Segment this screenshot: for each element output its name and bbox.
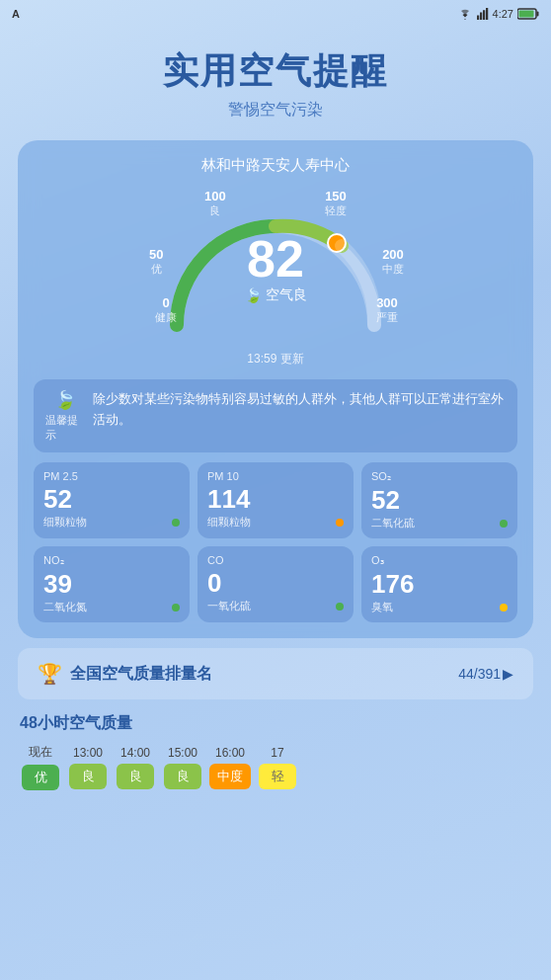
metric-footer: 细颗粒物: [207, 515, 344, 530]
quality-badge: 良: [69, 764, 107, 789]
metric-card: O₃ 176 臭氧: [361, 546, 517, 622]
warning-box: 🍃 温馨提示 除少数对某些污染物特别容易过敏的人群外，其他人群可以正常进行室外活…: [34, 379, 517, 452]
status-dot: [336, 519, 344, 527]
leaf-icon: 🍃: [245, 287, 262, 303]
metric-value: 0: [207, 568, 344, 599]
status-dot: [336, 603, 344, 611]
gauge-label-300: 300 严重: [376, 295, 398, 325]
metric-header: O₃: [371, 554, 508, 567]
metric-label: 细颗粒物: [207, 515, 251, 530]
gauge-label-50: 50 优: [149, 247, 163, 277]
status-dot: [500, 604, 508, 612]
wifi-icon: [457, 8, 473, 20]
quality-badge: 轻: [259, 764, 296, 789]
quality-time-col: 16:00 中度: [209, 746, 251, 789]
gauge-label-0: 0 健康: [155, 295, 177, 325]
metric-name: O₃: [371, 554, 384, 567]
metric-header: CO: [207, 554, 344, 566]
battery-icon: [517, 8, 539, 20]
trophy-icon: 🏆: [38, 662, 62, 686]
warning-leaf-icon: 🍃: [54, 389, 76, 411]
svg-rect-2: [483, 10, 485, 20]
gauge-number: 82: [245, 233, 307, 285]
time-display: 4:27: [493, 8, 513, 20]
metrics-grid: PM 2.5 52 细颗粒物 PM 10 114 细颗粒物 SO₂ 52 二氧化…: [34, 462, 517, 622]
gauge-label-150: 150 轻度: [325, 189, 347, 218]
metric-footer: 二氧化硫: [371, 516, 508, 531]
metric-footer: 臭氧: [371, 600, 508, 614]
quality-row: 现在 优 13:00 良 14:00 良 15:00 良 16:00 中度 17…: [20, 744, 531, 790]
metric-footer: 细颗粒物: [43, 515, 180, 530]
main-card: 林和中路天安人寿中心 0 健康 50 优 100: [18, 140, 533, 638]
metric-label: 细颗粒物: [43, 515, 87, 530]
app-subtitle: 警惕空气污染: [0, 100, 551, 121]
metric-name: NO₂: [43, 554, 64, 567]
warning-icon-wrap: 🍃 温馨提示: [45, 389, 85, 443]
warning-text: 除少数对某些污染物特别容易过敏的人群外，其他人群可以正常进行室外活动。: [93, 389, 506, 431]
status-right: 4:27: [457, 8, 539, 20]
quality-badge: 优: [22, 765, 59, 790]
metric-card: NO₂ 39 二氧化氮: [34, 546, 190, 622]
metric-name: SO₂: [371, 470, 391, 483]
quality-time: 17: [271, 746, 283, 760]
metric-label: 二氧化硫: [371, 516, 415, 531]
quality-time: 15:00: [168, 746, 197, 760]
gauge-center: 82 🍃 空气良: [245, 233, 307, 304]
gauge-labels: 0 健康 50 优 100 良 150 轻度 200 中度 300 严重: [157, 187, 394, 345]
ranking-value: 44/391: [458, 666, 501, 682]
svg-rect-1: [480, 13, 482, 21]
metric-header: NO₂: [43, 554, 180, 567]
metric-label: 二氧化氮: [43, 600, 87, 614]
warning-tag: 温馨提示: [45, 413, 85, 443]
quality-time: 16:00: [215, 746, 245, 760]
status-dot: [172, 604, 180, 612]
update-time: 13:59 更新: [34, 351, 517, 368]
status-bar: A 4:27: [0, 0, 551, 28]
gauge-label-200: 200 中度: [382, 247, 404, 277]
app-title: 实用空气提醒: [0, 47, 551, 96]
metric-footer: 一氧化硫: [207, 599, 344, 613]
quality-time-col: 现在 优: [20, 744, 61, 790]
svg-rect-3: [486, 8, 488, 20]
gauge-container: 0 健康 50 优 100 良 150 轻度 200 中度 300 严重: [157, 187, 394, 345]
svg-rect-0: [477, 16, 479, 21]
metric-value: 52: [43, 484, 180, 515]
metric-header: PM 2.5: [43, 470, 180, 482]
status-dot: [172, 519, 180, 527]
svg-rect-5: [537, 12, 539, 17]
quality-section: 48小时空气质量 现在 优 13:00 良 14:00 良 15:00 良 16…: [0, 699, 551, 800]
location-label: 林和中路天安人寿中心: [34, 156, 517, 175]
metric-header: SO₂: [371, 470, 508, 483]
quality-time: 现在: [29, 744, 52, 761]
quality-time-col: 17 轻: [257, 746, 298, 789]
ranking-right: 44/391 ▶: [458, 666, 513, 682]
quality-time-col: 15:00 良: [162, 746, 203, 789]
quality-time-col: 14:00 良: [115, 746, 156, 789]
ranking-text: 全国空气质量排量名: [70, 664, 212, 685]
metric-value: 176: [371, 569, 508, 600]
status-dot: [500, 520, 508, 528]
metric-value: 39: [43, 569, 180, 600]
ranking-left: 🏆 全国空气质量排量名: [38, 662, 212, 686]
signal-icon: [477, 8, 489, 20]
metric-card: CO 0 一氧化硫: [197, 546, 354, 622]
metric-card: SO₂ 52 二氧化硫: [361, 462, 517, 538]
metric-value: 114: [207, 484, 344, 515]
metric-card: PM 10 114 细颗粒物: [197, 462, 354, 538]
quality-time: 14:00: [120, 746, 150, 760]
ranking-section[interactable]: 🏆 全国空气质量排量名 44/391 ▶: [18, 648, 533, 699]
ranking-arrow: ▶: [503, 666, 513, 682]
metric-card: PM 2.5 52 细颗粒物: [34, 462, 190, 538]
metric-label: 一氧化硫: [207, 599, 251, 613]
metric-name: PM 2.5: [43, 470, 78, 482]
metric-value: 52: [371, 485, 508, 516]
gauge-quality: 🍃 空气良: [245, 286, 307, 304]
quality-badge: 中度: [209, 764, 251, 789]
app-indicator: A: [12, 8, 20, 20]
quality-badge: 良: [164, 764, 201, 789]
svg-rect-6: [519, 11, 534, 18]
quality-time-col: 13:00 良: [67, 746, 109, 789]
header: 实用空气提醒 警惕空气污染: [0, 28, 551, 130]
metric-name: CO: [207, 554, 224, 566]
quality-title: 48小时空气质量: [20, 713, 531, 734]
